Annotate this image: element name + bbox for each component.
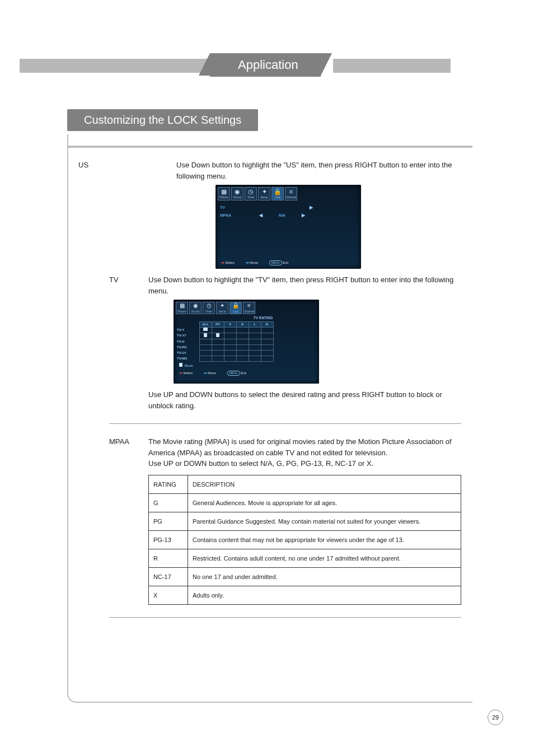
tab-sound-icon: ◉Sound [231,187,243,200]
app-title: Application [210,53,321,77]
mpaa-label: MPAA [109,436,148,469]
divider [109,617,461,618]
ratings-header-description: DESCRIPTION [188,475,461,493]
osd-footer-exit: MENU Exit [269,260,288,266]
header-ribbon: Application [20,53,451,76]
osd-mpaa-value: N/A [274,213,291,219]
osd-footer-move: Move [204,371,216,376]
osd-footer-select: Select [221,260,235,266]
tab-picture-icon: ▦Picture [218,187,230,200]
us-label: US [78,160,176,181]
table-row: XAdults only. [149,586,461,604]
tv-osd-screenshot: ▦Picture ◉Sound ◷Timer ✦Setup 🔒Lock ≡Cha… [174,300,319,384]
page-number: 29 [488,710,503,725]
us-intro: Use Down button to highlight the "US" it… [176,160,461,181]
osd-row-tv: TV [220,205,248,211]
osd-footer-select: Select [179,371,193,376]
osd-footer-exit: MENU Exit [227,371,246,376]
divider [109,423,461,424]
us-osd-screenshot: ▦Picture ◉Sound ◷Timer ✦Setup 🔒Lock ≡Cha… [216,185,361,269]
table-row: PGParental Guidance Suggested. May conta… [149,512,461,530]
tab-timer-icon: ◷Timer [203,302,215,314]
tab-sound-icon: ◉Sound [189,302,202,314]
osd-row-mpaa: MPAA [220,213,248,219]
osd-tv-rating-title: TV RATING [209,315,317,321]
tab-channel-icon: ≡Channel [243,302,255,314]
mpaa-desc2: Use UP or DOWN button to select N/A, G, … [148,458,461,469]
tab-channel-icon: ≡Channel [285,187,297,200]
mpaa-desc: The Movie rating (MPAA) is used for orig… [148,436,461,458]
tv-label: TV [109,274,148,296]
tab-lock-icon: 🔒Lock [229,302,242,314]
mpaa-ratings-table: RATING DESCRIPTION GGeneral Audiences. M… [148,475,461,605]
table-row: PG-13Contains content that may not be ap… [149,530,461,549]
osd-footer-move: Move [246,260,258,266]
chevron-left-icon: ◀ [259,212,263,219]
content-area: US Use Down button to highlight the "US"… [78,160,461,618]
table-row: RRestricted. Contains adult content, no … [149,549,461,567]
tv-rating-grid: ALLFVVSLD TV-Y TV-Y7 TV-G TV-PG TV-14 TV… [177,321,274,362]
tab-lock-icon: 🔒Lock [271,187,284,200]
section-header: Customizing the LOCK Settings [67,109,534,131]
chevron-right-icon: ▶ [302,212,305,219]
tab-setup-icon: ✦Setup [216,302,228,314]
tab-setup-icon: ✦Setup [258,187,270,200]
osd-block-legend: Block [185,364,193,367]
tab-timer-icon: ◷Timer [245,187,257,200]
tv-intro: Use Down button to highlight the "TV" it… [148,274,461,296]
tv-outro: Use UP and DOWN buttons to select the de… [148,389,461,411]
tab-picture-icon: ▦Picture [176,302,188,314]
chevron-right-icon: ▶ [310,204,313,211]
section-title: Customizing the LOCK Settings [67,109,258,131]
ratings-header-rating: RATING [149,475,188,493]
table-row: GGeneral Audiences. Movie is appropriate… [149,493,461,512]
table-row: NC-17No one 17 and under admitted. [149,567,461,586]
